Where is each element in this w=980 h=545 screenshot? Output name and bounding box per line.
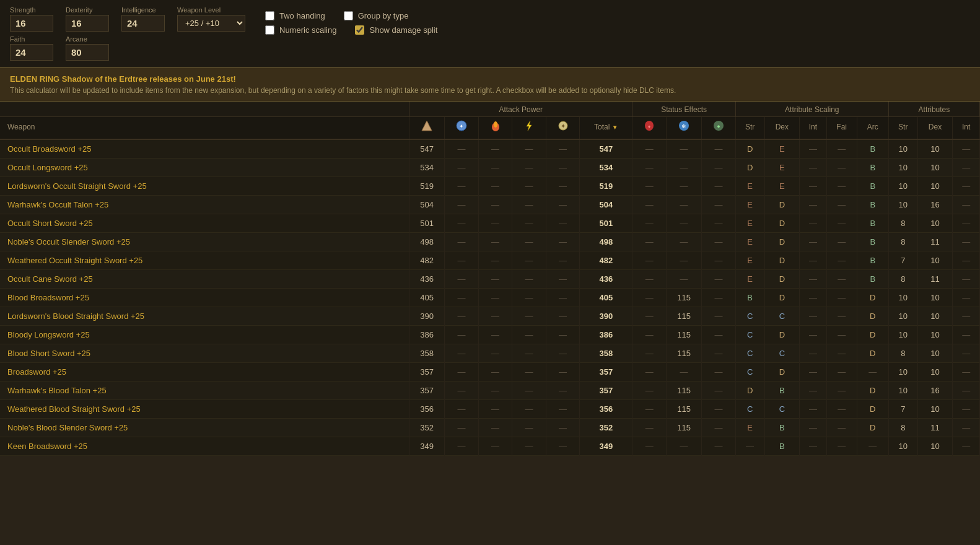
weapon-name-cell[interactable]: Weathered Occult Straight Sword +25 bbox=[0, 251, 409, 270]
weapon-name-cell[interactable]: Weathered Blood Straight Sword +25 bbox=[0, 400, 409, 419]
weapon-name-cell[interactable]: Occult Broadsword +25 bbox=[0, 139, 409, 159]
group-header-attack-power: Attack Power bbox=[409, 102, 632, 117]
total-cell: 352 bbox=[580, 419, 632, 437]
group-by-type-label[interactable]: Group by type bbox=[344, 11, 409, 20]
dash-value: — bbox=[714, 349, 722, 358]
dash-value: — bbox=[559, 349, 567, 358]
dex-req-cell: 10 bbox=[917, 177, 953, 196]
numeric-scaling-checkbox[interactable] bbox=[265, 25, 274, 35]
faith-input[interactable] bbox=[10, 44, 53, 61]
cell-value: 358 bbox=[420, 349, 434, 358]
weapon-name-cell[interactable]: Keen Broadsword +25 bbox=[0, 437, 409, 456]
weapon-name-cell[interactable]: Noble's Blood Slender Sword +25 bbox=[0, 419, 409, 437]
phys-cell: 482 bbox=[409, 251, 445, 270]
dash-value: — bbox=[714, 219, 722, 228]
cell-value: 10 bbox=[930, 404, 939, 414]
cell-value: 10 bbox=[930, 367, 939, 377]
dash-value: — bbox=[645, 163, 654, 172]
frost-cell: 115 bbox=[666, 400, 701, 419]
fire-cell: — bbox=[478, 363, 512, 381]
group-by-type-checkbox[interactable] bbox=[344, 11, 353, 20]
phys-cell: 356 bbox=[409, 400, 445, 419]
holy-cell: — bbox=[546, 326, 579, 344]
fire-cell: — bbox=[478, 177, 512, 196]
dash-value: — bbox=[458, 423, 466, 432]
fire-cell: — bbox=[478, 139, 512, 159]
strength-input[interactable] bbox=[10, 15, 53, 32]
table-row: Blood Short Sword +25 358 — — — — 358 — … bbox=[0, 344, 980, 363]
weapon-name-cell[interactable]: Blood Broadsword +25 bbox=[0, 289, 409, 307]
int-scale-cell: — bbox=[800, 270, 827, 289]
two-handing-label[interactable]: Two handing bbox=[265, 11, 325, 20]
weapon-name-cell[interactable]: Noble's Occult Slender Sword +25 bbox=[0, 233, 409, 251]
dash-value: — bbox=[962, 181, 970, 191]
cell-value: 10 bbox=[899, 293, 908, 302]
arcane-input[interactable] bbox=[66, 44, 109, 61]
str-req-cell: 10 bbox=[888, 177, 917, 196]
dexterity-input[interactable] bbox=[66, 15, 109, 32]
show-damage-split-label[interactable]: Show damage split bbox=[355, 25, 437, 35]
fire-cell: — bbox=[478, 196, 512, 214]
frost-cell: — bbox=[666, 437, 701, 456]
dash-value: — bbox=[838, 404, 846, 414]
dash-value: — bbox=[645, 274, 654, 284]
numeric-scaling-label[interactable]: Numeric scaling bbox=[265, 25, 336, 35]
cell-value: 390 bbox=[420, 312, 434, 321]
group-header-status-effects: Status Effects bbox=[632, 102, 735, 117]
fire-cell: — bbox=[478, 326, 512, 344]
faith-label: Faith bbox=[10, 35, 59, 43]
dash-value: — bbox=[714, 367, 722, 377]
light-cell: — bbox=[512, 419, 546, 437]
phys-cell: 501 bbox=[409, 214, 445, 233]
poison-cell: — bbox=[702, 214, 735, 233]
weapon-name-cell[interactable]: Lordsworn's Occult Straight Sword +25 bbox=[0, 177, 409, 196]
cell-value: 501 bbox=[420, 219, 434, 228]
table-row: Warhawk's Occult Talon +25 504 — — — — 5… bbox=[0, 196, 980, 214]
scale-value: B bbox=[779, 386, 785, 395]
weapon-name-cell[interactable]: Bloody Longsword +25 bbox=[0, 326, 409, 344]
weapon-name-cell[interactable]: Blood Short Sword +25 bbox=[0, 344, 409, 363]
bleed-cell: — bbox=[632, 363, 666, 381]
frost-cell: — bbox=[666, 196, 701, 214]
dash-value: — bbox=[645, 200, 654, 209]
fai-scale-cell: — bbox=[826, 307, 857, 326]
total-cell: 356 bbox=[580, 400, 632, 419]
dash-value: — bbox=[809, 367, 817, 377]
bleed-cell: — bbox=[632, 214, 666, 233]
cell-value: 10 bbox=[930, 256, 939, 265]
col-total[interactable]: Total ▼ bbox=[580, 117, 632, 140]
weapon-name-cell[interactable]: Occult Short Sword +25 bbox=[0, 214, 409, 233]
intelligence-input[interactable] bbox=[121, 15, 165, 32]
dash-value: — bbox=[491, 312, 499, 321]
weapon-name-cell[interactable]: Warhawk's Occult Talon +25 bbox=[0, 196, 409, 214]
dash-value: — bbox=[525, 256, 533, 265]
poison-cell: — bbox=[702, 400, 735, 419]
weapon-level-select[interactable]: +25 / +10 +24 / +9 +0 / +0 bbox=[177, 15, 245, 32]
int-scale-cell: — bbox=[800, 159, 827, 177]
two-handing-checkbox[interactable] bbox=[265, 11, 274, 20]
dex-scale-cell: D bbox=[764, 214, 800, 233]
frost-cell: 115 bbox=[666, 326, 701, 344]
str-req-cell: 10 bbox=[888, 437, 917, 456]
weapon-name-cell[interactable]: Lordsworn's Blood Straight Sword +25 bbox=[0, 307, 409, 326]
col-holy: ✦ bbox=[546, 117, 579, 140]
cell-value: 11 bbox=[930, 423, 939, 432]
weapon-name-cell[interactable]: Occult Longsword +25 bbox=[0, 159, 409, 177]
int-scale-cell: — bbox=[800, 363, 827, 381]
scale-value: B bbox=[870, 219, 875, 228]
show-damage-split-checkbox[interactable] bbox=[355, 25, 364, 35]
cell-value: 10 bbox=[899, 312, 908, 321]
fire-cell: — bbox=[478, 344, 512, 363]
weapon-name-cell[interactable]: Warhawk's Blood Talon +25 bbox=[0, 381, 409, 400]
weapon-name-cell[interactable]: Broadsword +25 bbox=[0, 363, 409, 381]
fai-scale-cell: — bbox=[826, 139, 857, 159]
cell-value: 10 bbox=[899, 386, 908, 395]
scale-value: E bbox=[747, 274, 753, 284]
col-phys bbox=[409, 117, 445, 140]
arc-scale-cell: D bbox=[857, 289, 888, 307]
weapon-name-cell[interactable]: Occult Cane Sword +25 bbox=[0, 270, 409, 289]
svg-text:✦: ✦ bbox=[561, 123, 566, 129]
dash-value: — bbox=[809, 237, 817, 246]
light-cell: — bbox=[512, 344, 546, 363]
holy-cell: — bbox=[546, 363, 579, 381]
